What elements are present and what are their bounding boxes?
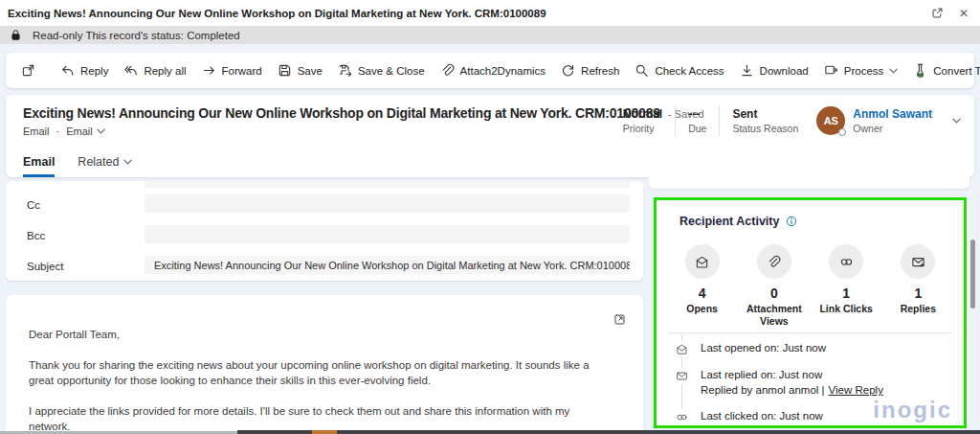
replied-by-line: Replied by anmol anmol |View Reply xyxy=(701,384,883,396)
subject-input[interactable]: Exciting News! Announcing Our New Online… xyxy=(145,256,630,274)
timeline-opened-row: Last opened on: Just now xyxy=(674,341,826,357)
check-access-button[interactable]: Check Access xyxy=(627,58,731,83)
reply-all-icon xyxy=(123,63,138,78)
readonly-banner: Read-only This record's status: Complete… xyxy=(0,26,980,44)
status-reason-label: Status Reason xyxy=(732,123,798,134)
email-fields-card: Cc Bcc Subject Exciting News! Announcing… xyxy=(6,181,643,281)
record-header: Exciting News! Announcing Our New Online… xyxy=(6,95,974,177)
reply-all-label: Reply all xyxy=(144,65,186,77)
subject-label: Subject xyxy=(27,261,63,272)
titlebar-actions: ✕ xyxy=(931,7,969,20)
expand-commandbar-button[interactable] xyxy=(13,58,43,83)
window-title: Exciting News! Announcing Our New Online… xyxy=(8,8,546,19)
opens-count: 4 xyxy=(699,286,706,301)
close-icon[interactable]: ✕ xyxy=(959,7,969,20)
due-field: --- Due xyxy=(688,107,706,134)
header-divider xyxy=(719,105,720,136)
cc-input[interactable] xyxy=(145,194,630,213)
attachment-views-count: 0 xyxy=(770,286,778,301)
link-icon xyxy=(839,255,854,269)
refresh-label: Refresh xyxy=(581,65,619,77)
recipient-activity-panel: Recipient Activity 4 Opens 0 Attachment … xyxy=(654,197,967,428)
link-clicks-count: 1 xyxy=(842,286,850,301)
record-title: Exciting News! Announcing Our New Online… xyxy=(23,105,660,121)
reply-button[interactable]: Reply xyxy=(53,58,116,83)
avatar[interactable]: AS xyxy=(816,106,845,135)
header-divider xyxy=(675,105,676,136)
download-button[interactable]: Download xyxy=(732,58,816,83)
owner-field[interactable]: AS Anmol Sawant Owner xyxy=(816,106,932,135)
popout-window-icon[interactable] xyxy=(931,7,944,19)
forward-button[interactable]: Forward xyxy=(194,58,270,83)
last-clicked-text: Last clicked on: Just now xyxy=(701,409,823,423)
reply-all-button[interactable]: Reply all xyxy=(116,58,193,83)
side-card-bottom-edge xyxy=(649,177,969,189)
process-icon xyxy=(824,63,838,78)
process-button[interactable]: Process xyxy=(816,58,906,83)
taskbar-edge-accent xyxy=(312,430,337,434)
bcc-input[interactable] xyxy=(145,225,630,243)
stat-link-clicks: 1 Link Clicks xyxy=(811,244,882,328)
save-label: Save xyxy=(298,65,323,77)
convert-to-icon xyxy=(913,63,927,78)
last-opened-text: Last opened on: Just now xyxy=(701,341,826,355)
envelope-open-icon xyxy=(695,255,709,269)
save-and-close-button[interactable]: Save & Close xyxy=(330,58,433,83)
status-reason-value: Sent xyxy=(732,107,798,121)
due-value: --- xyxy=(688,107,706,121)
forward-label: Forward xyxy=(222,65,262,77)
lock-icon xyxy=(10,29,22,41)
owner-name-link[interactable]: Anmol Sawant xyxy=(853,107,932,121)
convert-to-button[interactable]: Convert To xyxy=(905,58,980,83)
recipient-activity-title: Recipient Activity xyxy=(679,215,779,228)
envelope-reply-icon xyxy=(674,368,690,384)
to-field-input-partial[interactable] xyxy=(145,181,630,188)
recipient-activity-title-row: Recipient Activity xyxy=(679,215,797,228)
envelope-reply-icon xyxy=(911,255,925,269)
opens-label: Opens xyxy=(686,303,718,315)
panel-divider xyxy=(668,332,952,333)
view-reply-link[interactable]: View Reply xyxy=(829,384,883,396)
form-selector[interactable]: Email xyxy=(66,126,105,137)
tab-email-label: Email xyxy=(23,155,55,169)
expand-editor-icon[interactable] xyxy=(613,313,626,326)
reply-icon xyxy=(60,63,75,78)
priority-field: Normal Priority xyxy=(623,107,662,134)
subject-value: Exciting News! Announcing Our New Online… xyxy=(154,260,630,271)
status-reason-field: Sent Status Reason xyxy=(732,107,798,134)
envelope-open-icon xyxy=(674,341,690,357)
attach2dynamics-button[interactable]: Attach2Dynamics xyxy=(433,58,553,83)
save-button[interactable]: Save xyxy=(270,58,330,83)
chevron-down-icon xyxy=(889,68,898,74)
header-expand-chevron-icon[interactable] xyxy=(952,118,961,124)
stat-icon-circle xyxy=(757,244,791,279)
readonly-banner-text: Read-only This record's status: Complete… xyxy=(33,30,240,41)
refresh-icon xyxy=(561,63,575,78)
info-icon[interactable] xyxy=(786,216,797,227)
paperclip-icon xyxy=(440,63,455,78)
save-and-close-icon xyxy=(338,63,352,78)
tab-related-label: Related xyxy=(78,155,119,169)
cc-label: Cc xyxy=(27,199,40,211)
entity-type-label: Email xyxy=(23,126,50,137)
link-icon xyxy=(674,409,690,425)
refresh-button[interactable]: Refresh xyxy=(553,58,627,83)
form-selector-label: Email xyxy=(66,126,93,137)
save-and-close-label: Save & Close xyxy=(358,65,425,77)
command-bar: Reply Reply all Forward Save Save & Clos… xyxy=(6,53,974,88)
taskbar-edge xyxy=(237,430,980,434)
stat-icon-circle xyxy=(685,244,720,279)
tab-email[interactable]: Email xyxy=(23,155,55,177)
forward-icon xyxy=(202,63,216,78)
tab-related[interactable]: Related xyxy=(78,155,132,177)
email-body-text: Dear Portall Team, Thank you for sharing… xyxy=(29,327,599,434)
download-label: Download xyxy=(760,65,809,77)
timeline-clicked-row: Last clicked on: Just now xyxy=(674,409,823,425)
paperclip-icon xyxy=(767,255,781,269)
save-icon xyxy=(278,63,292,78)
process-label: Process xyxy=(844,65,884,77)
priority-value: Normal xyxy=(623,107,662,121)
link-clicks-label: Link Clicks xyxy=(819,303,872,315)
record-title-row: Exciting News! Announcing Our New Online… xyxy=(23,105,693,121)
vertical-scrollbar-thumb[interactable] xyxy=(970,240,975,308)
